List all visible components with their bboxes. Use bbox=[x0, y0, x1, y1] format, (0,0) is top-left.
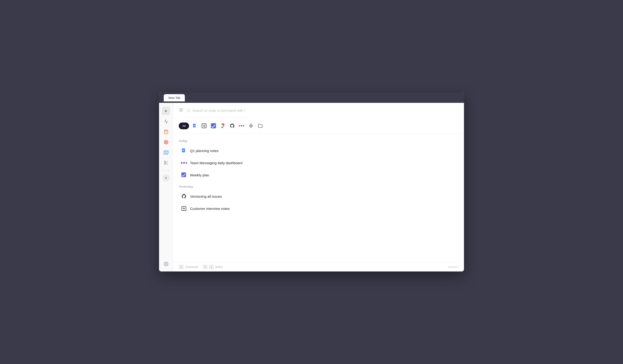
up-key: ↑ bbox=[203, 265, 208, 269]
sidebar-item-map[interactable] bbox=[162, 149, 170, 156]
section-today-label: Today bbox=[179, 139, 458, 143]
svg-point-16 bbox=[187, 109, 190, 112]
dots-icon bbox=[239, 125, 245, 126]
versioning-icon bbox=[181, 193, 187, 200]
result-title-customer-interview: Customer interview notes bbox=[190, 207, 230, 211]
gdocs-icon bbox=[192, 123, 197, 128]
github-small-icon bbox=[181, 194, 186, 199]
command-label: Command bbox=[185, 265, 198, 269]
q1-notes-icon bbox=[181, 147, 187, 154]
svg-marker-4 bbox=[164, 151, 168, 155]
svg-line-11 bbox=[165, 162, 166, 163]
browser-titlebar: New Tab bbox=[159, 93, 464, 103]
weekly-plan-icon bbox=[181, 172, 187, 178]
svg-point-3 bbox=[166, 142, 166, 142]
filter-tabs: All N bbox=[173, 118, 464, 134]
result-item-customer-interview[interactable]: N Customer interview notes bbox=[179, 202, 458, 215]
select-label: Select bbox=[215, 265, 223, 269]
browser-tab[interactable]: New Tab bbox=[164, 94, 185, 101]
svg-point-7 bbox=[164, 161, 165, 162]
branding: eesel bbox=[448, 265, 458, 269]
down-key: ↓ bbox=[209, 265, 214, 269]
select-hint: ↑ ↓ Select bbox=[203, 265, 223, 269]
filter-tab-linear[interactable] bbox=[210, 122, 217, 130]
top-bar: Search or enter a command with / bbox=[173, 103, 464, 118]
section-yesterday-label: Yesterday bbox=[179, 185, 458, 188]
customer-interview-icon: N bbox=[181, 205, 187, 212]
filter-tab-folder[interactable] bbox=[257, 122, 264, 130]
bottom-bar: / Command ↑ ↓ Select eesel bbox=[173, 262, 464, 271]
command-hint: / Command bbox=[179, 265, 198, 269]
svg-marker-25 bbox=[249, 124, 253, 128]
tab-label: New Tab bbox=[168, 96, 180, 100]
result-item-q1-notes[interactable]: Q1 planning notes bbox=[179, 144, 458, 157]
result-item-versioning[interactable]: Versioning all issues bbox=[179, 190, 458, 202]
result-title-team-messaging: Team Messaging daily dashboard bbox=[190, 161, 242, 165]
team-messaging-icon bbox=[181, 160, 187, 166]
search-icon bbox=[186, 108, 190, 113]
folder-icon bbox=[258, 123, 263, 128]
result-item-team-messaging[interactable]: Team Messaging daily dashboard bbox=[179, 157, 458, 169]
filter-tab-notion[interactable]: N bbox=[200, 122, 208, 130]
filter-tab-gdocs[interactable] bbox=[191, 122, 199, 130]
result-item-weekly-plan[interactable]: Weekly plan bbox=[179, 169, 458, 181]
filter-tab-figma[interactable] bbox=[219, 122, 227, 130]
svg-line-17 bbox=[189, 111, 190, 112]
linear-small-icon bbox=[181, 172, 186, 178]
filter-tab-github[interactable] bbox=[228, 122, 236, 130]
search-placeholder: Search or enter a command with / bbox=[192, 108, 245, 112]
sidebar-item-analytics[interactable] bbox=[162, 118, 170, 125]
sidebar-divider bbox=[163, 170, 170, 171]
svg-line-10 bbox=[167, 163, 168, 164]
bolt-icon bbox=[249, 123, 253, 128]
filter-tab-bolt[interactable] bbox=[247, 122, 255, 130]
linear-icon bbox=[211, 123, 216, 128]
svg-rect-19 bbox=[193, 124, 196, 127]
svg-rect-30 bbox=[181, 172, 186, 177]
slash-key: / bbox=[179, 265, 184, 269]
sidebar-item-target[interactable] bbox=[162, 139, 170, 146]
menu-icon[interactable] bbox=[179, 107, 183, 113]
sidebar: e bbox=[159, 103, 173, 271]
results-area: Today Q1 planning notes bbox=[173, 134, 464, 262]
result-title-q1-notes: Q1 planning notes bbox=[190, 149, 219, 153]
filter-tab-all[interactable]: All bbox=[179, 122, 189, 129]
result-title-weekly-plan: Weekly plan bbox=[190, 173, 209, 177]
browser-window: New Tab e bbox=[159, 93, 464, 271]
svg-point-2 bbox=[165, 141, 167, 143]
notion-small-icon: N bbox=[181, 206, 186, 211]
sidebar-avatar[interactable]: e bbox=[162, 107, 170, 115]
sidebar-settings-button[interactable] bbox=[162, 260, 170, 268]
main-content: Search or enter a command with / All bbox=[173, 103, 464, 271]
filter-tab-dots[interactable] bbox=[238, 122, 245, 130]
svg-rect-24 bbox=[211, 123, 216, 128]
sidebar-add-button[interactable]: + bbox=[162, 174, 170, 182]
sidebar-item-shopping[interactable] bbox=[162, 128, 170, 136]
figma-icon bbox=[221, 123, 225, 128]
notion-icon: N bbox=[202, 123, 206, 128]
github-icon bbox=[230, 123, 235, 128]
sidebar-item-tools[interactable] bbox=[162, 159, 170, 166]
result-title-versioning: Versioning all issues bbox=[190, 194, 222, 198]
search-bar[interactable]: Search or enter a command with / bbox=[186, 108, 458, 113]
app-body: e bbox=[159, 103, 464, 271]
svg-point-8 bbox=[164, 163, 165, 165]
svg-point-12 bbox=[165, 263, 167, 265]
